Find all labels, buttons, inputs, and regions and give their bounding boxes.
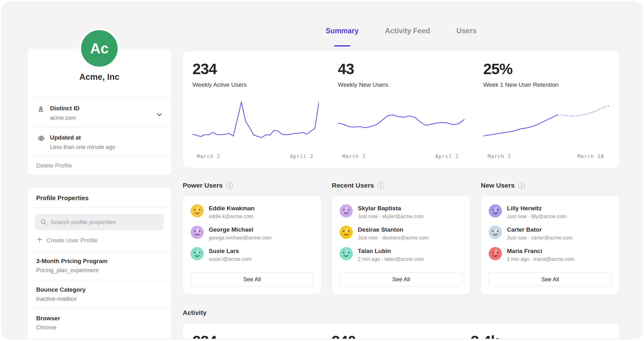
info-icon[interactable] [226, 182, 233, 189]
weekly-new-users-chart [338, 97, 464, 149]
user-detail: susie.l@acme.com [209, 256, 251, 262]
user-row[interactable]: Eddie Kwakman eddie.k@acme.com [191, 204, 314, 219]
field-row-distinct-id: Distinct ID acme.com [27, 98, 171, 127]
stat-label: Weekly Active Users [192, 81, 319, 88]
x-tick-end: March 10 [577, 153, 604, 159]
user-name: Skylar Baptista [358, 204, 424, 212]
active-tab-indicator [334, 45, 350, 47]
list-heading: Power Users [183, 181, 321, 190]
stat-week1-retention: 25% Week 1 New User Retention March 2 Ma… [474, 51, 619, 168]
field-label: Distinct ID [50, 105, 163, 112]
props-title: Profile Properties [36, 195, 163, 202]
x-tick-start: March 2 [342, 153, 365, 159]
see-all-button[interactable]: See All [340, 272, 463, 287]
property-item[interactable]: Bounce Category inactive-mailbox [27, 280, 171, 309]
user-name: Carter Bator [507, 226, 572, 233]
user-detail: Just now · desirare@acme.com [358, 235, 429, 241]
user-row[interactable]: Lilly Herwitz Just now · lilly@acme.com [489, 204, 612, 219]
list-title: Recent Users [332, 182, 374, 189]
activity-stat-value: 3.4k [471, 333, 610, 339]
info-icon[interactable] [378, 182, 384, 189]
tab-activity-feed[interactable]: Activity Feed [385, 27, 430, 48]
see-all-button[interactable]: See All [191, 272, 314, 287]
user-avatar [340, 204, 353, 217]
new-users-card: Lilly Herwitz Just now · lilly@acme.com [481, 196, 619, 294]
field-value: acme.com [50, 115, 163, 121]
list-title: New Users [481, 182, 514, 189]
user-row[interactable]: Desirae Stanton Just now · desirare@acme… [340, 226, 463, 241]
activity-card: 234 240 3.4k [183, 323, 619, 339]
power-users-card: Eddie Kwakman eddie.k@acme.com George [183, 196, 321, 294]
property-name: Browser [36, 315, 163, 322]
property-value: Chrome [36, 324, 163, 331]
x-axis-labels: March 2 April 2 [338, 153, 464, 161]
summary-stats-card: 234 Weekly Active Users March 2 April 2 … [183, 51, 619, 168]
stat-value: 25% [483, 60, 610, 78]
company-avatar: Ac [79, 28, 120, 69]
delete-profile-button[interactable]: Delete Profile [27, 157, 171, 175]
user-detail: george.michael@acme.com [209, 235, 271, 241]
property-name: Bounce Category [36, 286, 163, 293]
activity-stat-value: 240 [331, 333, 470, 339]
property-item[interactable]: 3-Month Pricing Program Pricing_plan_exp… [27, 252, 171, 280]
user-detail: Just now · carter@acme.com [507, 235, 572, 241]
stat-label: Week 1 New User Retention [483, 81, 610, 88]
company-name: Acme, Inc [79, 72, 119, 82]
create-user-profile-button[interactable]: Create User Profile [27, 230, 171, 252]
tab-label: Summary [326, 27, 359, 35]
user-detail: Just now · lilly@acme.com [507, 214, 567, 219]
stat-value: 43 [338, 60, 464, 78]
weekly-active-users-chart [192, 97, 319, 149]
user-row[interactable]: Maria Franci 2 min ago · maria@acme.com [489, 247, 612, 262]
stat-weekly-new-users: 43 Weekly New Users March 2 April 2 [328, 51, 474, 168]
tab-users[interactable]: Users [457, 27, 477, 48]
user-detail: 2 min ago · talan@acme.com [358, 256, 424, 262]
user-avatar [191, 247, 204, 260]
user-name: Lilly Herwitz [507, 204, 567, 212]
tabs: Summary Activity Feed Users [183, 2, 619, 48]
user-row[interactable]: Talan Lubin 2 min ago · talan@acme.com [340, 247, 463, 262]
recent-users-card: Skylar Baptista Just now · skyler@acme.c… [332, 196, 470, 294]
user-row[interactable]: Carter Bator Just now · carter@acme.com [489, 226, 612, 241]
user-lists: Power Users Eddie Kwakman eddie.k [183, 181, 619, 294]
user-detail: 2 min ago · maria@acme.com [507, 256, 575, 262]
search-profile-properties-input[interactable] [35, 214, 164, 230]
user-detail: Just now · skyler@acme.com [358, 214, 424, 219]
user-row[interactable]: Susie Lars susie.l@acme.com [191, 247, 314, 262]
activity-heading: Activity [183, 309, 619, 316]
user-name: Maria Franci [507, 247, 575, 255]
user-row[interactable]: George Michael george.michael@acme.com [191, 226, 314, 241]
info-icon[interactable] [518, 182, 525, 189]
power-users-section: Power Users Eddie Kwakman eddie.k [183, 181, 321, 294]
user-avatar [340, 247, 353, 260]
x-tick-end: April 2 [290, 153, 313, 159]
profile-properties-card: Profile Properties Create User Pro [27, 187, 172, 339]
property-value: inactive-mailbox [36, 296, 163, 302]
list-heading: Recent Users [332, 181, 470, 190]
x-axis-labels: March 2 April 2 [192, 153, 319, 161]
user-detail: eddie.k@acme.com [209, 214, 255, 219]
search-wrap [35, 214, 164, 230]
week1-retention-chart [483, 97, 610, 149]
profile-sidebar: Ac Acme, Inc Distinct ID acme.com [27, 2, 172, 339]
user-row[interactable]: Skylar Baptista Just now · skyler@acme.c… [340, 204, 463, 219]
stat-label: Weekly New Users [338, 81, 464, 88]
new-users-section: New Users Lilly Herwitz Just now [481, 181, 619, 294]
plus-icon [37, 237, 42, 244]
x-tick-end: April 2 [435, 153, 458, 159]
property-name: 3-Month Pricing Program [36, 258, 163, 265]
chevron-down-icon[interactable] [157, 112, 162, 118]
property-item[interactable]: Browser Chrome [27, 309, 171, 337]
stat-value: 234 [192, 60, 319, 78]
eye-icon [37, 135, 45, 143]
field-label: Updated at [50, 134, 163, 141]
main-content: Summary Activity Feed Users 234 Weekly A… [183, 2, 619, 339]
field-row-updated-at: Updated at Less than one minute ago [27, 127, 171, 157]
tab-label: Activity Feed [385, 27, 430, 35]
user-avatar [191, 226, 204, 239]
x-tick-start: March 2 [488, 153, 511, 159]
user-avatar [191, 204, 204, 217]
see-all-button[interactable]: See All [489, 272, 612, 287]
user-name: Desirae Stanton [358, 226, 429, 233]
tab-summary[interactable]: Summary [326, 27, 359, 48]
